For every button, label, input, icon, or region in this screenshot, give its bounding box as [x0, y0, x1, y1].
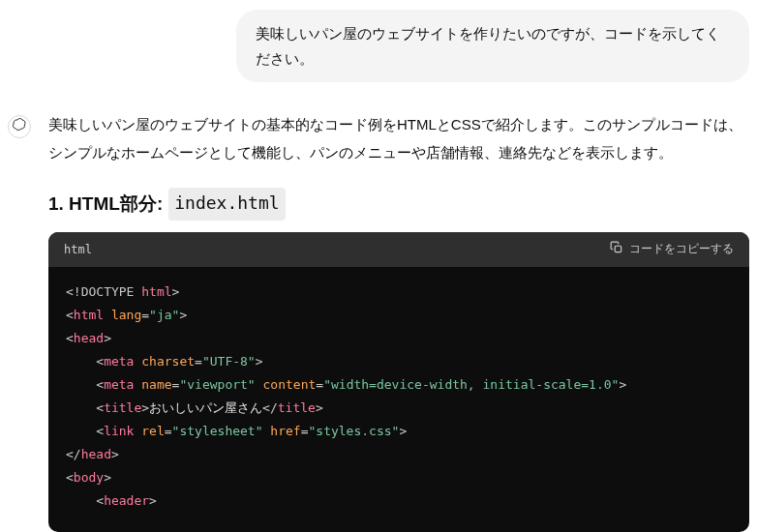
- code-content[interactable]: <!DOCTYPE html> <html lang="ja"> <head> …: [48, 267, 749, 532]
- openai-logo-icon: [13, 114, 27, 139]
- assistant-content: 美味しいパン屋のウェブサイトの基本的なコード例をHTMLとCSSで紹介します。こ…: [48, 111, 749, 532]
- section-heading-prefix: 1. HTML部分:: [48, 189, 163, 220]
- user-message-text: 美味しいパン屋のウェブサイトを作りたいのですが、コードを示してください。: [256, 25, 720, 67]
- user-message-bubble: 美味しいパン屋のウェブサイトを作りたいのですが、コードを示してください。: [236, 10, 749, 82]
- code-block-header: html コードをコピーする: [48, 232, 749, 267]
- code-language-label: html: [64, 240, 92, 259]
- code-block: html コードをコピーする <!DOCTYPE html> <html lan…: [48, 232, 749, 532]
- section-heading-filename: index.html: [168, 188, 285, 221]
- copy-code-label: コードをコピーする: [629, 241, 734, 257]
- svg-rect-0: [615, 247, 621, 252]
- assistant-avatar: [8, 115, 31, 138]
- user-message-row: 美味しいパン屋のウェブサイトを作りたいのですが、コードを示してください。: [8, 10, 749, 82]
- assistant-intro-text: 美味しいパン屋のウェブサイトの基本的なコード例をHTMLとCSSで紹介します。こ…: [48, 111, 749, 166]
- section-heading-1: 1. HTML部分: index.html: [48, 188, 749, 221]
- copy-code-button[interactable]: コードをコピーする: [610, 241, 734, 257]
- copy-icon: [610, 241, 623, 257]
- assistant-message-row: 美味しいパン屋のウェブサイトの基本的なコード例をHTMLとCSSで紹介します。こ…: [8, 111, 749, 532]
